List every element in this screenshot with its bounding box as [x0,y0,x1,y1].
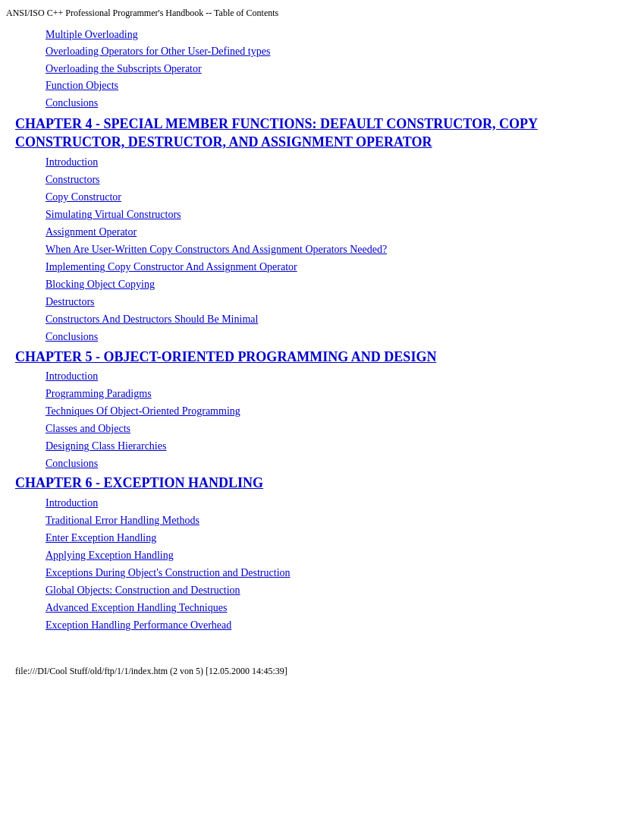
chapter-links-ch4: IntroductionConstructorsCopy Constructor… [15,152,629,348]
ch4-link-8[interactable]: Destructors [46,293,629,310]
ch4-link-3[interactable]: Simulating Virtual Constructors [46,206,629,223]
top-bar: ANSI/ISO C++ Professional Programmer's H… [0,6,644,24]
ch4-link-6[interactable]: Implementing Copy Constructor And Assign… [46,258,629,276]
ch5-link-5[interactable]: Conclusions [46,455,629,472]
intro-link-0[interactable]: Multiple Overloading [46,27,629,43]
chapter-links-ch6: IntroductionTraditional Error Handling M… [15,493,629,636]
chapters-container: CHAPTER 4 - SPECIAL MEMBER FUNCTIONS: DE… [15,115,629,636]
ch6-link-2[interactable]: Enter Exception Handling [46,529,629,547]
intro-link-4[interactable]: Conclusions [46,95,629,112]
ch4-link-9[interactable]: Constructors And Destructors Should Be M… [46,310,629,328]
chapter-heading-ch4[interactable]: CHAPTER 4 - SPECIAL MEMBER FUNCTIONS: DE… [15,116,538,150]
ch4-link-4[interactable]: Assignment Operator [46,223,629,241]
ch5-link-1[interactable]: Programming Paradigms [46,385,629,402]
ch5-link-2[interactable]: Techniques Of Object-Oriented Programmin… [46,402,629,420]
intro-link-3[interactable]: Function Objects [46,77,629,94]
ch6-link-0[interactable]: Introduction [46,494,629,512]
ch4-link-1[interactable]: Constructors [46,171,629,188]
ch4-link-0[interactable]: Introduction [46,153,629,171]
ch6-link-4[interactable]: Exceptions During Object's Construction … [46,564,629,581]
footer-text: file:///DI/Cool Stuff/old/ftp/1/1/index.… [15,666,287,676]
footer: file:///DI/Cool Stuff/old/ftp/1/1/index.… [0,658,644,680]
ch5-link-4[interactable]: Designing Class Hierarchies [46,437,629,455]
top-bar-title: ANSI/ISO C++ Professional Programmer's H… [6,8,278,18]
ch4-link-7[interactable]: Blocking Object Copying [46,276,629,293]
chapter-heading-ch5[interactable]: CHAPTER 5 - OBJECT-ORIENTED PROGRAMMING … [15,349,436,364]
ch6-link-7[interactable]: Exception Handling Performance Overhead [46,616,629,634]
ch4-link-10[interactable]: Conclusions [46,328,629,345]
main-content: Multiple OverloadingOverloading Operator… [0,24,644,651]
intro-link-2[interactable]: Overloading the Subscripts Operator [46,61,629,77]
intro-link-1[interactable]: Overloading Operators for Other User-Def… [46,43,629,60]
ch6-link-3[interactable]: Applying Exception Handling [46,547,629,564]
ch4-link-5[interactable]: When Are User-Written Copy Constructors … [46,241,629,258]
ch6-link-6[interactable]: Advanced Exception Handling Techniques [46,599,629,616]
intro-links-section: Multiple OverloadingOverloading Operator… [15,24,629,115]
ch4-link-2[interactable]: Copy Constructor [46,188,629,206]
chapter-links-ch5: IntroductionProgramming ParadigmsTechniq… [15,366,629,474]
ch5-link-3[interactable]: Classes and Objects [46,420,629,437]
ch6-link-5[interactable]: Global Objects: Construction and Destruc… [46,581,629,599]
ch5-link-0[interactable]: Introduction [46,367,629,385]
chapter-heading-ch6[interactable]: CHAPTER 6 - EXCEPTION HANDLING [15,475,263,490]
ch6-link-1[interactable]: Traditional Error Handling Methods [46,512,629,529]
